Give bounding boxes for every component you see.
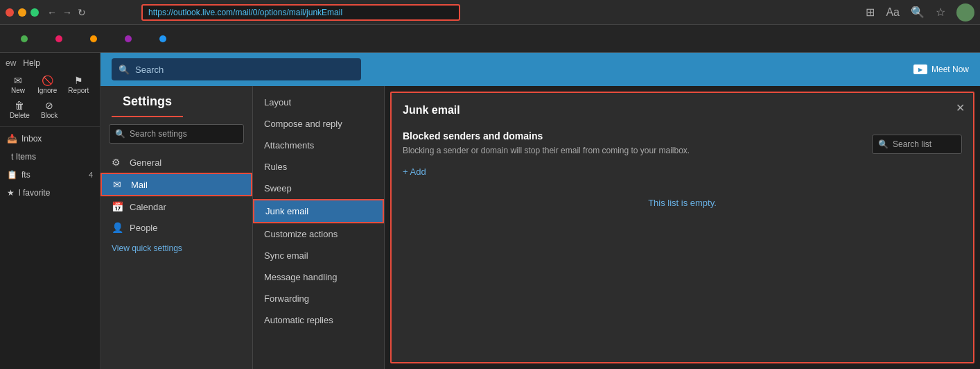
settings-nav-general[interactable]: ⚙ General [100,152,252,173]
inbox-icon: 📥 [7,134,17,144]
browser-chrome: ← → ↻ https://outlook.live.com/mail/0/op… [0,0,980,25]
new-email-icon: ✉ [14,75,22,86]
general-icon: ⚙ [112,157,123,168]
tab-2[interactable] [43,28,75,50]
submenu-sync-email[interactable]: Sync email [253,245,384,266]
new-email-label: New [11,87,25,94]
tab-dot-3 [90,35,97,42]
tabs-row [0,25,980,53]
ignore-icon: 🚫 [42,75,53,86]
outlook-search-bar[interactable]: 🔍 Search [112,58,361,80]
address-text: https://outlook.live.com/mail/0/options/… [148,8,342,17]
tab-dot-1 [21,35,28,42]
search-placeholder-text: Search [135,65,164,75]
drafts-label: fts [21,170,30,180]
back-icon[interactable]: ← [47,7,57,18]
inbox-label: Inbox [21,134,42,144]
sent-label: t Items [11,152,36,162]
outlook-header: 🔍 Search ▶ Meet Now [100,53,980,86]
block-label: Block [41,112,58,119]
meet-now-label: Meet Now [931,65,969,74]
tab-5[interactable] [147,28,179,50]
people-label: People [130,223,157,233]
general-label: General [130,157,161,168]
submenu-compose-reply[interactable]: Compose and reply [253,113,384,135]
meet-now-button[interactable]: ▶ Meet Now [913,65,969,74]
mail-submenu: Layout Compose and reply Attachments Rul… [253,86,385,369]
settings-search-placeholder: Search settings [130,129,187,139]
refresh-icon[interactable]: ↻ [78,7,86,18]
ignore-label: Ignore [37,87,57,94]
settings-nav-calendar[interactable]: 📅 Calendar [100,196,252,217]
delete-icon: 🗑 [15,100,24,111]
video-icon: ▶ [913,65,927,74]
tab-dot-4 [125,35,132,42]
delete-button[interactable]: 🗑 Delete [6,98,34,121]
junk-email-panel: Junk email ✕ Blocked senders and domains… [390,92,974,363]
new-email-button[interactable]: ✉ New [6,74,30,96]
search-browser-icon[interactable]: 🔍 [911,6,925,19]
empty-list-message: This list is empty. [403,198,962,208]
tab-dot-5 [159,35,166,42]
sidebar-item-sent[interactable]: t Items [0,148,100,166]
calendar-icon: 📅 [112,201,123,212]
settings-title: Settings [112,94,183,117]
submenu-forwarding[interactable]: Forwarding [253,288,384,309]
drafts-icon: 📋 [7,170,17,180]
submenu-automatic-replies[interactable]: Automatic replies [253,309,384,331]
calendar-label: Calendar [130,202,166,212]
sidebar-separator [0,126,100,127]
settings-nav-people[interactable]: 👤 People [100,217,252,238]
tab-1[interactable] [8,28,40,50]
ignore-button[interactable]: 🚫 Ignore [33,74,61,96]
submenu-junk-email[interactable]: Junk email [253,199,384,223]
help-label[interactable]: Help [23,58,40,68]
delete-label: Delete [10,112,30,119]
people-icon: 👤 [112,222,123,233]
settings-search-icon: 🔍 [115,129,125,139]
favorite-icon: ★ [7,188,15,198]
submenu-customize-actions[interactable]: Customize actions [253,223,384,245]
settings-nav-mail[interactable]: ✉ Mail [100,173,252,196]
submenu-attachments[interactable]: Attachments [253,135,384,156]
view-quick-settings-link[interactable]: View quick settings [100,238,252,259]
tab-dot-2 [55,35,62,42]
submenu-rules[interactable]: Rules [253,156,384,178]
search-list-box[interactable]: 🔍 Search list [872,135,962,154]
aa-icon[interactable]: Aa [886,6,900,19]
block-icon: ⊘ [45,100,53,111]
sidebar-item-favorite[interactable]: ★ l favorite [0,184,100,202]
search-list-icon: 🔍 [878,139,889,149]
junk-email-title: Junk email [403,104,962,117]
settings-search-bar[interactable]: 🔍 Search settings [109,124,244,144]
favorites-icon[interactable]: ☆ [936,6,945,19]
sidebar-item-inbox[interactable]: 📥 Inbox [0,130,100,148]
forward-icon[interactable]: → [62,7,72,18]
user-avatar[interactable] [956,3,974,22]
browser-icons-right: ⊞ Aa 🔍 ☆ [866,3,974,22]
search-magnifier-icon: 🔍 [119,65,130,75]
sidebar-nav: 📥 Inbox t Items 📋 fts 4 ★ l favorite [0,130,100,369]
content-area: Settings 🔍 Search settings ⚙ General ✉ M… [100,86,980,369]
submenu-sweep[interactable]: Sweep [253,178,384,199]
report-icon: ⚑ [74,75,83,86]
submenu-message-handling[interactable]: Message handling [253,266,384,288]
report-label: Report [68,87,89,94]
tab-4[interactable] [112,28,144,50]
settings-panel: Settings 🔍 Search settings ⚙ General ✉ M… [100,86,253,369]
toolbar-area: ✉ New 🚫 Ignore ⚑ Report 🗑 Delete ⊘ Block [0,71,100,123]
sidebar-item-drafts[interactable]: 📋 fts 4 [0,166,100,184]
mail-settings-label: Mail [131,180,148,190]
favorite-label: l favorite [19,188,50,198]
extensions-icon[interactable]: ⊞ [866,6,875,19]
tab-3[interactable] [78,28,110,50]
submenu-layout[interactable]: Layout [253,92,384,113]
close-panel-button[interactable]: ✕ [956,101,965,114]
search-list-placeholder: Search list [893,139,931,149]
add-blocked-sender-button[interactable]: + Add [403,166,962,177]
view-label: ew [6,58,16,68]
mail-settings-icon: ✉ [113,179,124,190]
block-button[interactable]: ⊘ Block [37,98,62,121]
address-bar[interactable]: https://outlook.live.com/mail/0/options/… [141,4,460,21]
report-button[interactable]: ⚑ Report [64,74,93,96]
